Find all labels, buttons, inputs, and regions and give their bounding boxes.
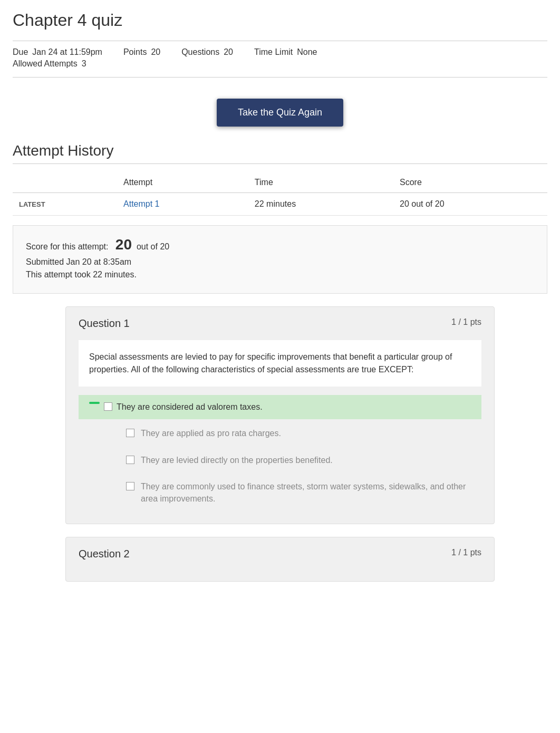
due-value: Jan 24 at 11:59pm [32,47,102,57]
row-attempt[interactable]: Attempt 1 [117,193,248,216]
page-title: Chapter 4 quiz [13,11,547,30]
answer-option: They are considered ad valorem taxes. [79,395,481,419]
correct-indicator [89,402,100,404]
question-2-title: Question 2 [79,548,130,560]
row-time: 22 minutes [248,193,393,216]
question-1-pts: 1 / 1 pts [451,317,481,327]
question-card-2: Question 2 1 / 1 pts [65,537,495,582]
answer-option: They are commonly used to finance street… [79,475,481,511]
answer-option: They are applied as pro rata charges. [79,421,481,446]
question-1-body: Special assessments are levied to pay fo… [79,340,481,387]
answer-text: They are applied as pro rata charges. [141,428,281,439]
score-big-value: 20 [115,236,132,253]
attempt-history-title: Attempt History [13,142,547,164]
answer-checkbox [126,482,134,490]
score-out-of: out of 20 [137,242,169,251]
attempt-link[interactable]: Attempt 1 [123,199,159,208]
allowed-attempts-label: Allowed Attempts [13,59,78,69]
allowed-attempts-value: 3 [82,59,86,69]
due-label: Due [13,47,28,57]
answer-text: They are considered ad valorem taxes. [117,401,263,413]
score-label: Score for this attempt: [26,242,109,251]
question-2-pts: 1 / 1 pts [451,548,481,557]
submitted-text: Submitted Jan 20 at 8:35am [26,257,534,267]
points-value: 20 [151,47,160,57]
col-score: Score [393,172,547,193]
answer-text: They are levied directly on the properti… [141,455,333,466]
time-limit-value: None [297,47,317,57]
answer-checkbox [126,429,134,437]
take-quiz-again-button[interactable]: Take the Quiz Again [217,99,343,127]
time-took-text: This attempt took 22 minutes. [26,270,534,279]
question-1-title: Question 1 [79,317,130,330]
question-card-1: Question 1 1 / 1 pts Special assessments… [65,306,495,524]
points-label: Points [123,47,147,57]
attempt-table: Attempt Time Score LATEST Attempt 1 22 m… [13,172,547,216]
col-attempt: Attempt [117,172,248,193]
col-status [13,172,117,193]
answer-text: They are commonly used to finance street… [141,481,471,505]
answer-checkbox [126,456,134,464]
questions-value: 20 [224,47,233,57]
time-limit-label: Time Limit [254,47,293,57]
answer-option: They are levied directly on the properti… [79,448,481,472]
score-summary: Score for this attempt: 20 out of 20 Sub… [13,225,547,294]
row-score: 20 out of 20 [393,193,547,216]
quiz-meta: Due Jan 24 at 11:59pm Points 20 Question… [13,41,547,78]
table-row: LATEST Attempt 1 22 minutes 20 out of 20 [13,193,547,216]
answer-checkbox [104,402,112,411]
col-time: Time [248,172,393,193]
row-status: LATEST [13,193,117,216]
questions-label: Questions [181,47,219,57]
